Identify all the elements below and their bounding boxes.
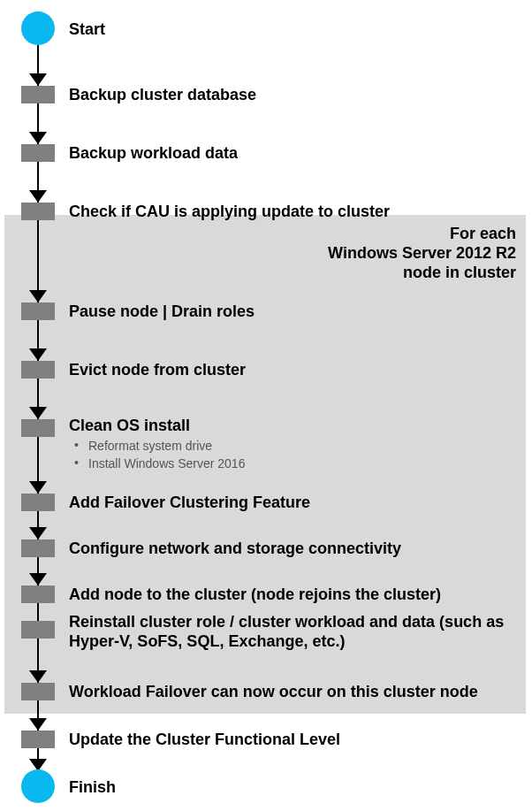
step-label: Add node to the cluster (node rejoins th… [69, 585, 520, 604]
arrow-icon [29, 73, 47, 86]
start-terminator [21, 11, 55, 45]
arrow-icon [29, 407, 47, 419]
arrow-icon [29, 190, 47, 203]
step-label: Evict node from cluster [69, 360, 246, 379]
finish-terminator [21, 769, 55, 803]
step-label: Clean OS install [69, 416, 190, 435]
arrow-icon [29, 670, 47, 683]
process-box [21, 302, 55, 320]
step-label: Add Failover Clustering Feature [69, 493, 310, 512]
process-box [21, 539, 55, 557]
finish-label: Finish [69, 777, 116, 797]
arrow-icon [29, 718, 47, 731]
arrow-icon [29, 290, 47, 302]
step-label: Backup cluster database [69, 85, 256, 104]
step-label: Reinstall cluster role / cluster workloa… [69, 612, 511, 651]
process-box [21, 731, 55, 748]
arrow-icon [29, 348, 47, 361]
process-box [21, 621, 55, 639]
arrow-icon [29, 132, 47, 144]
arrow-icon [29, 573, 47, 585]
loop-label-line-3: node in cluster [328, 263, 516, 282]
step-label: Backup workload data [69, 143, 238, 163]
step-sublist-item: Install Windows Server 2016 [69, 455, 245, 472]
process-box [21, 203, 55, 220]
step-label: Check if CAU is applying update to clust… [69, 202, 390, 221]
loop-label-line-2: Windows Server 2012 R2 [328, 243, 516, 263]
start-label: Start [69, 19, 105, 39]
arrow-icon [29, 481, 47, 493]
flowchart-diagram: For each Windows Server 2012 R2 node in … [0, 0, 532, 811]
process-box [21, 361, 55, 379]
process-box [21, 86, 55, 103]
step-label: Workload Failover can now occur on this … [69, 682, 520, 701]
step-label: Configure network and storage connectivi… [69, 539, 401, 558]
process-box [21, 683, 55, 700]
step-sublist-item: Reformat system drive [69, 437, 245, 455]
process-box [21, 419, 55, 437]
loop-label-line-1: For each [328, 224, 516, 243]
step-label: Update the Cluster Functional Level [69, 730, 340, 749]
process-box [21, 144, 55, 162]
process-box [21, 585, 55, 603]
step-label: Pause node | Drain roles [69, 302, 255, 321]
process-box [21, 493, 55, 511]
loop-label: For each Windows Server 2012 R2 node in … [328, 224, 516, 282]
arrow-icon [29, 527, 47, 539]
step-sublist: Reformat system drive Install Windows Se… [69, 437, 245, 472]
